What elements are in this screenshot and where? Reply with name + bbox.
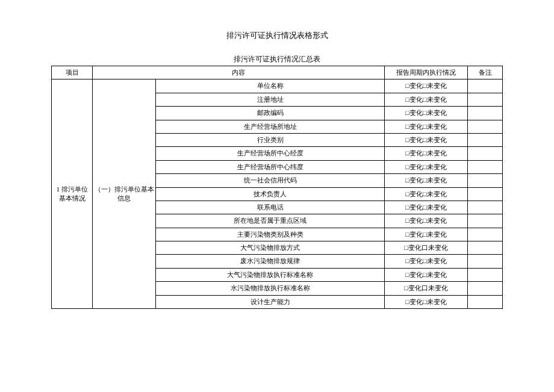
cell-remark (468, 295, 503, 308)
cell-status: □变化□未变化 (385, 107, 468, 120)
cell-content: 设计生产能力 (156, 295, 385, 308)
cell-status: □变化□未变化 (385, 174, 468, 187)
header-remark: 备注 (468, 66, 503, 79)
cell-content: 废水污染物排放规律 (156, 255, 385, 268)
cell-status: □变化□未变化 (385, 187, 468, 201)
cell-status: □变化□未变化 (385, 201, 468, 214)
cell-remark (468, 120, 503, 133)
table-subtitle: 排污许可证执行情况汇总表 (51, 54, 503, 64)
cell-content: 大气污染物排放方式 (156, 241, 385, 255)
cell-remark (468, 187, 503, 201)
execution-summary-table: 项目 内容 报告周期内执行情况 备注 1 排污单位基本情况（一）排污单位基本信息… (51, 66, 503, 309)
cell-content: 行业类别 (156, 133, 385, 146)
cell-content: 所在地是否属于重点区域 (156, 214, 385, 228)
cell-content: 注册地址 (156, 93, 385, 106)
cell-content: 生产经营场所中心纬度 (156, 160, 385, 173)
header-content: 内容 (93, 66, 385, 79)
cell-content: 邮政编码 (156, 107, 385, 120)
cell-status: □变化□未变化 (385, 147, 468, 160)
cell-status: □变化□未变化 (385, 255, 468, 268)
cell-status: □变化□未变化 (385, 133, 468, 146)
cell-status: □变化□未变化 (385, 160, 468, 173)
cell-status: □变化□未变化 (385, 214, 468, 228)
cell-status: □变化口未变化 (385, 282, 468, 295)
cell-remark (468, 93, 503, 106)
cell-content: 技术负责人 (156, 187, 385, 201)
cell-remark (468, 282, 503, 295)
header-status: 报告周期内执行情况 (385, 66, 468, 79)
cell-content: 联系电话 (156, 201, 385, 214)
cell-content: 单位名称 (156, 79, 385, 93)
cell-status: □变化□未变化 (385, 120, 468, 133)
cell-status: □变化□未变化 (385, 228, 468, 241)
page-title: 排污许可证执行情况表格形式 (51, 30, 503, 41)
cell-remark (468, 133, 503, 146)
cell-section: （一）排污单位基本信息 (93, 79, 156, 309)
cell-status: □变化□未变化 (385, 295, 468, 308)
cell-content: 主要污染物类别及种类 (156, 228, 385, 241)
table-row: 1 排污单位基本情况（一）排污单位基本信息单位名称□变化□未变化 (52, 79, 503, 93)
cell-status: □变化□未变化 (385, 93, 468, 106)
cell-remark (468, 201, 503, 214)
cell-status: □变化口未变化 (385, 241, 468, 255)
cell-status: □变化□未变化 (385, 79, 468, 93)
cell-remark (468, 228, 503, 241)
cell-content: 水污染物排放执行标准名称 (156, 282, 385, 295)
cell-remark (468, 174, 503, 187)
cell-content: 大气污染物排放执行标准名称 (156, 268, 385, 281)
cell-content: 生产经营场所地址 (156, 120, 385, 133)
cell-remark (468, 79, 503, 93)
header-project: 项目 (52, 66, 93, 79)
cell-remark (468, 214, 503, 228)
cell-content: 生产经营场所中心经度 (156, 147, 385, 160)
cell-remark (468, 241, 503, 255)
cell-content: 统一社会信用代码 (156, 174, 385, 187)
cell-remark (468, 255, 503, 268)
cell-remark (468, 160, 503, 173)
cell-remark (468, 268, 503, 281)
cell-remark (468, 147, 503, 160)
cell-status: □变化□未变化 (385, 268, 468, 281)
cell-remark (468, 107, 503, 120)
table-header-row: 项目 内容 报告周期内执行情况 备注 (52, 66, 503, 79)
cell-project: 1 排污单位基本情况 (52, 79, 93, 309)
